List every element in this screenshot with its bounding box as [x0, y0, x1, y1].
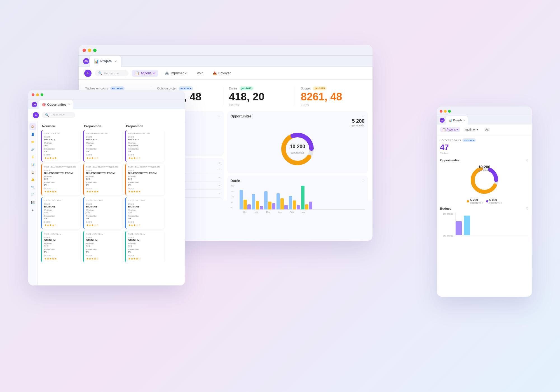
large-toolbar: + 🔍 Recherche 📋 Actions ▾ 🖨️ Imprimer ▾ …: [79, 67, 372, 80]
oct-bar2: [243, 200, 247, 209]
opport-donut-left: Opportunités ♡ 5 200 opportunités: [231, 114, 365, 170]
small-donut-center: 10 200 opportunités: [478, 165, 490, 172]
card-score-label: Score: [128, 187, 162, 190]
sidebar-icon-link[interactable]: 🔗: [29, 146, 36, 153]
kanban-card[interactable]: T001 - APOLLO Client APOLLO Montant 500 …: [41, 130, 80, 162]
card-id: T001 - APOLLO: [44, 132, 78, 135]
projets-tab[interactable]: 📊 Projets ✕: [89, 56, 122, 67]
duree-feb: [289, 196, 300, 209]
imprimer-button[interactable]: 🖨️ Imprimer ▾: [161, 70, 190, 77]
kanban-add-button[interactable]: +: [33, 112, 39, 118]
card-prob: 0%: [86, 251, 120, 253]
sidebar-icon-folder[interactable]: 📁: [29, 138, 36, 145]
kanban-card[interactable]: Service Genérale - P2 Client APOLLO Mont…: [125, 130, 164, 162]
small-tab-close[interactable]: ✕: [463, 119, 465, 122]
heart-icon-3: ♡: [362, 179, 365, 183]
small-actions-button[interactable]: 📋 Actions ▾: [440, 127, 460, 132]
kanban-card[interactable]: T001 - STUDIUM Client STUDIUM Montant 32…: [83, 231, 122, 262]
sidebar-icon-list[interactable]: 📋: [29, 169, 36, 175]
oct-bar1: [240, 190, 243, 209]
stat-budget-label: Budget jan 2025: [301, 86, 359, 90]
small-budget-chart: 200 000,00 150 000,00: [440, 213, 529, 241]
kanban-card[interactable]: T001 - STUDIUM Client STUDIUM Montant 32…: [41, 231, 80, 262]
sidebar-icon-search[interactable]: 🔍: [29, 184, 36, 190]
card-prob: 0%: [86, 150, 120, 153]
projets-tab-close[interactable]: ✕: [114, 60, 117, 63]
card-montant: 320: [86, 245, 120, 247]
card-prob-label: Probabilité: [128, 148, 162, 150]
small-voir-button[interactable]: Voir: [482, 127, 492, 132]
sidebar-icon-user[interactable]: 👤: [29, 131, 36, 138]
envoyer-button[interactable]: 📤 Envoyer: [209, 70, 234, 77]
opport-donut-title: Opportunités: [231, 114, 252, 118]
actions-button[interactable]: 📋 Actions ▾: [132, 70, 158, 77]
card-id: Service Genérale - P2: [128, 132, 162, 135]
minimize-dot[interactable]: [88, 49, 91, 52]
card-id: T008 - BLUEBERRY TELECOM: [44, 166, 78, 168]
kanban-card[interactable]: Service Genérale - P2 Client APOLLO Mont…: [83, 130, 122, 162]
kanban-tab[interactable]: 🎯 Opportunités ✕: [39, 100, 73, 109]
small-minimize-dot[interactable]: [444, 110, 447, 113]
kanban-card[interactable]: T008 - BLUEBERRY TELECOM Client BLUEBERR…: [83, 164, 122, 195]
card-stars: ★★★☆☆: [86, 157, 120, 160]
small-maximize-dot[interactable]: [448, 110, 451, 113]
kanban-maximize-dot[interactable]: [41, 93, 43, 96]
kanban-card[interactable]: T001 - STUDIUM Client STUDIUM Montant 32…: [125, 231, 164, 262]
legend-label-1: opportunités: [470, 202, 482, 204]
kanban-tab-close[interactable]: ✕: [68, 103, 70, 106]
legend-val-2: 5 000 opportunités: [489, 198, 502, 204]
donut-text: opportunités: [290, 151, 304, 154]
duree-x-feb: Feb: [287, 211, 297, 213]
sidebar-icon-up[interactable]: ▲: [29, 206, 36, 213]
add-button[interactable]: +: [84, 70, 92, 77]
kanban-card[interactable]: T3CA - BATIANE Client BATIANE Montant 32…: [41, 197, 80, 229]
right-charts: Opportunités ♡ 5 200 opportunités: [227, 111, 368, 196]
voir-button[interactable]: Voir: [193, 70, 206, 77]
card-client-label: Client: [86, 236, 120, 239]
sidebar-icon-bolt[interactable]: ⚡: [29, 154, 36, 160]
card-id: T001 - STUDIUM: [44, 233, 78, 235]
legend-dot-1: [467, 200, 469, 202]
jan-bar1: [277, 193, 280, 209]
kanban-window: CG 🎯 Opportunités ✕ + 🔍 Recherche 🏠 👤 📁 …: [28, 90, 185, 285]
kanban-close-dot[interactable]: [32, 93, 34, 96]
budget-y2: 150 000,00: [440, 235, 453, 237]
row2-menu-icon[interactable]: ≡: [219, 176, 220, 179]
search-box[interactable]: 🔍 Recherche: [95, 70, 128, 76]
kanban-card[interactable]: T3CA - BATIANE Client BATIANE Montant 32…: [125, 197, 164, 229]
stat-budget-badge: jan 2025: [313, 86, 327, 90]
kanban-minimize-dot[interactable]: [36, 93, 39, 96]
row1-menu-icon[interactable]: ≡: [219, 167, 220, 171]
card-montant: 500: [44, 144, 78, 147]
sidebar-icon-save[interactable]: 💾: [29, 199, 36, 206]
feb-bar3: [297, 205, 300, 209]
card-montant-label: Montant: [128, 242, 162, 245]
nov-bar3: [260, 206, 263, 209]
small-tab-bar: CG 📊 Projets ✕: [437, 116, 532, 124]
small-imprimer-button[interactable]: Imprimer ▾: [462, 127, 480, 132]
small-legend: 5 200 opportunités 5 000 opportunités: [440, 198, 529, 204]
card-montant-label: Montant: [128, 142, 162, 144]
kanban-card[interactable]: T008 - BLUEBERRY TELECOM Client BLUEBERR…: [41, 164, 80, 195]
kanban-card[interactable]: T3CA - BATIANE Client BATIANE Montant 32…: [83, 197, 122, 229]
close-dot[interactable]: [83, 49, 86, 52]
maximize-dot[interactable]: [93, 49, 97, 52]
sidebar-icon-bell[interactable]: 🔔: [29, 176, 36, 183]
y-150: 150: [231, 190, 238, 193]
sidebar-icon-chart[interactable]: 📊: [29, 161, 36, 168]
kanban-search[interactable]: 🔍 Recherche: [42, 112, 75, 118]
imprimer-icon: 🖨️: [165, 71, 169, 75]
kanban-card[interactable]: T008 - BLUEBERRY TELECOM Client BLUEBERR…: [125, 164, 164, 195]
row4-menu-icon[interactable]: ≡: [219, 192, 220, 195]
sidebar-icon-doc[interactable]: 📄: [29, 191, 36, 198]
dec-bar1: [264, 191, 268, 209]
small-tab[interactable]: 📊 Projets ✕: [446, 116, 468, 124]
sidebar-icon-home[interactable]: 🏠: [29, 123, 36, 130]
row3-menu-icon[interactable]: ≡: [219, 184, 220, 187]
card-client-label: Client: [86, 169, 120, 172]
card-prob: 0%: [86, 217, 120, 220]
small-stat-label-text: Tâches en cours: [440, 139, 461, 142]
duree-header: Durée ♡: [231, 179, 365, 183]
small-close-dot[interactable]: [440, 110, 442, 113]
actions-chevron-icon: ▾: [153, 71, 155, 75]
